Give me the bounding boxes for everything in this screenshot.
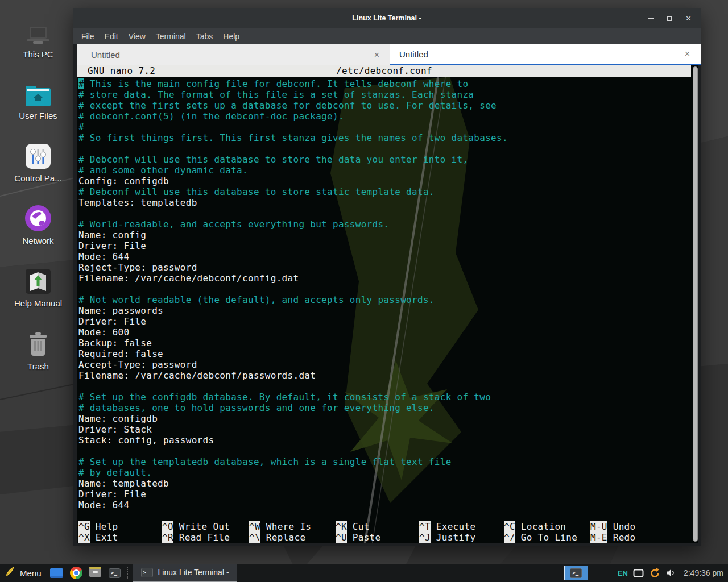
desktop-icon-label: This PC bbox=[23, 49, 53, 59]
desktop-icon-label: Control Pa... bbox=[14, 173, 61, 183]
nano-shortcut: ^O Write Out bbox=[162, 521, 249, 532]
taskbar-separator bbox=[127, 567, 130, 579]
nano-shortcut-label: Go To Line bbox=[515, 532, 577, 543]
menu-tabs[interactable]: Tabs bbox=[196, 31, 213, 42]
minimize-button[interactable] bbox=[648, 18, 654, 19]
desktop-icon-help-manual[interactable]: Help Manual bbox=[0, 264, 76, 308]
nano-shortcut-label: Where Is bbox=[260, 521, 311, 532]
menu-terminal[interactable]: Terminal bbox=[156, 31, 186, 42]
nano-text-line: # store data. The format of this file is… bbox=[77, 89, 698, 100]
nano-text-line: Backup: false bbox=[77, 338, 698, 348]
nano-text-line: # Debconf will use this database to stor… bbox=[77, 186, 698, 197]
nano-shortcut-label: Read File bbox=[173, 532, 230, 543]
nano-text-line: Name: configdb bbox=[77, 413, 698, 424]
start-menu-button[interactable]: Menu bbox=[2, 564, 47, 582]
home-folder-icon bbox=[24, 76, 52, 107]
desktop-icon-label: Trash bbox=[27, 361, 49, 371]
nano-text-line: # Set up the templatedb database, which … bbox=[77, 456, 698, 467]
show-desktop-button[interactable] bbox=[49, 565, 65, 581]
menu-edit[interactable]: Edit bbox=[105, 31, 118, 42]
nano-cursor: # bbox=[78, 78, 84, 89]
nano-text-line: Name: templatedb bbox=[77, 478, 698, 489]
tab-close-icon[interactable]: × bbox=[674, 49, 701, 59]
nano-shortcut-label: Exit bbox=[90, 532, 118, 543]
tab-untitled-1[interactable]: Untitled × bbox=[77, 44, 390, 65]
nano-text-line: # except the first sets up a database fo… bbox=[77, 100, 698, 111]
nano-text-line: Name: config bbox=[77, 230, 698, 240]
desktop-icon-this-pc[interactable]: This PC bbox=[0, 15, 76, 59]
nano-text-line: Accept-Type: password bbox=[77, 359, 698, 370]
desktop-icon-network[interactable]: Network bbox=[0, 201, 76, 246]
terminal-screen[interactable]: GNU nano 7.2 /etc/debconf.conf # This is… bbox=[77, 65, 698, 543]
window-title: Linux Lite Terminal - bbox=[73, 8, 701, 28]
nano-text-line: Mode: 644 bbox=[77, 251, 698, 262]
terminal-icon: >_ bbox=[109, 568, 121, 578]
tab-label: Untitled bbox=[390, 49, 428, 59]
chrome-launcher[interactable] bbox=[68, 565, 84, 581]
nano-titlebar: GNU nano 7.2 /etc/debconf.conf bbox=[77, 65, 691, 77]
file-manager-launcher[interactable] bbox=[88, 565, 104, 581]
nano-shortcut: ^/ Go To Line bbox=[504, 532, 590, 543]
nano-shortcut: ^C Location bbox=[504, 521, 590, 532]
desktop-icon-control-panel[interactable]: Control Pa... bbox=[0, 139, 76, 183]
volume-icon[interactable] bbox=[666, 568, 676, 577]
nano-shortcut: ^T Execute bbox=[419, 521, 504, 532]
terminal-launcher[interactable]: >_ bbox=[107, 565, 123, 581]
nano-text-line: # debconf.conf(5) (in the debconf-doc pa… bbox=[77, 111, 698, 122]
nano-shortcut-key: ^K bbox=[336, 521, 347, 532]
nano-shortcut-row: ^G Help^O Write Out^W Where Is^K Cut^T E… bbox=[77, 521, 691, 532]
nano-text-line: Driver: Stack bbox=[77, 424, 698, 435]
nano-text-line: # and some other dynamic data. bbox=[77, 165, 698, 176]
nano-buffer: # This is the main config file for debco… bbox=[77, 78, 698, 510]
nano-text-line bbox=[77, 446, 698, 456]
tab-untitled-2[interactable]: Untitled × bbox=[390, 44, 701, 65]
nano-text-line: Required: false bbox=[77, 348, 698, 359]
nano-text-line: Driver: File bbox=[77, 489, 698, 500]
window-preview-button[interactable]: >_ bbox=[564, 566, 588, 580]
nano-shortcut-bar: ^G Help^O Write Out^W Where Is^K Cut^T E… bbox=[77, 521, 691, 543]
nano-text-line: Mode: 600 bbox=[77, 327, 698, 338]
menu-help[interactable]: Help bbox=[223, 31, 239, 42]
sliders-icon bbox=[25, 139, 51, 169]
taskbar: Menu >_ >_ Linux Lite Terminal - bbox=[0, 564, 728, 582]
nano-shortcut-label: Justify bbox=[431, 532, 475, 543]
nano-text-line: # Set up the configdb database. By defau… bbox=[77, 392, 698, 402]
menu-file[interactable]: File bbox=[81, 31, 94, 42]
nano-shortcut: ^G Help bbox=[78, 521, 162, 532]
desktop-icon-label: User Files bbox=[19, 111, 57, 120]
nano-shortcut-label: Redo bbox=[607, 532, 636, 543]
menu-view[interactable]: View bbox=[129, 31, 146, 42]
desktop-icon-trash[interactable]: Trash bbox=[0, 327, 76, 371]
globe-icon bbox=[24, 201, 52, 232]
nano-text-line: # Not world readable (the default), and … bbox=[77, 294, 698, 305]
close-button[interactable]: ✕ bbox=[685, 15, 692, 22]
tab-bar: Untitled × Untitled × bbox=[73, 44, 701, 65]
nano-shortcut-key: M-E bbox=[590, 532, 607, 543]
tab-close-icon[interactable]: × bbox=[363, 50, 390, 60]
nano-shortcut: ^X Exit bbox=[78, 532, 162, 543]
nano-text-line: Driver: File bbox=[77, 316, 698, 327]
nano-text-line: Config: configdb bbox=[77, 176, 698, 186]
maximize-button[interactable] bbox=[667, 16, 672, 21]
nano-shortcut: ^J Justify bbox=[419, 532, 504, 543]
nano-text-line: Filename: /var/cache/debconf/config.dat bbox=[77, 273, 698, 284]
system-tray: EN 2:49:36 pm bbox=[618, 567, 723, 579]
update-manager-icon[interactable] bbox=[649, 567, 661, 579]
nano-text-line: Mode: 644 bbox=[77, 500, 698, 510]
tab-label: Untitled bbox=[77, 50, 120, 60]
task-button-terminal[interactable]: >_ Linux Lite Terminal - bbox=[133, 564, 237, 582]
menu-feather-icon bbox=[4, 566, 15, 580]
window-titlebar[interactable]: Linux Lite Terminal - ✕ bbox=[73, 8, 701, 28]
nano-text-line: # World-readable, and accepts everything… bbox=[77, 219, 698, 230]
file-manager-icon bbox=[89, 566, 102, 580]
nano-version: GNU nano 7.2 bbox=[88, 65, 155, 77]
terminal-scrollbar[interactable] bbox=[693, 66, 698, 542]
nano-text-line bbox=[77, 143, 698, 154]
nano-shortcut-key: M-U bbox=[590, 521, 607, 532]
keyboard-layout-indicator[interactable]: EN bbox=[618, 569, 628, 577]
desktop-icon-user-files[interactable]: User Files bbox=[0, 76, 76, 120]
nano-shortcut: ^W Where Is bbox=[249, 521, 336, 532]
nano-shortcut: M-E Redo bbox=[590, 532, 691, 543]
task-button-label: Linux Lite Terminal - bbox=[158, 568, 229, 577]
display-icon[interactable] bbox=[633, 569, 644, 577]
